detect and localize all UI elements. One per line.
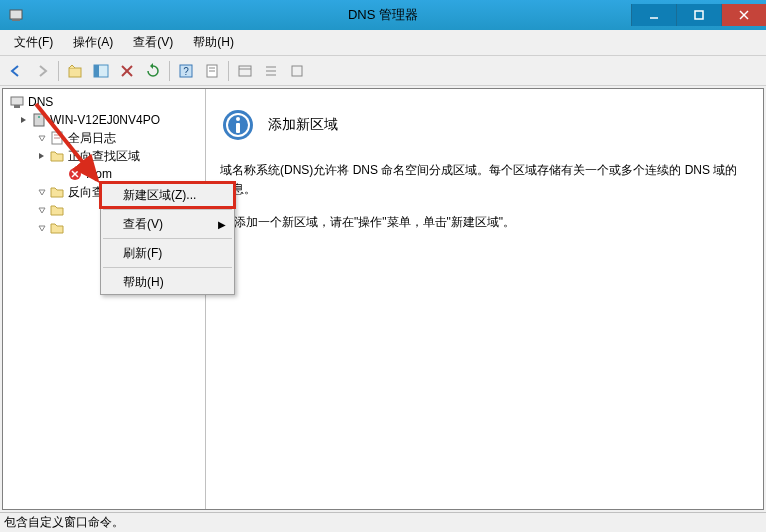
menu-action[interactable]: 操作(A) [63,31,123,54]
svg-text:?: ? [183,66,189,77]
menu-help[interactable]: 帮助(H) [183,31,244,54]
info-icon [220,107,256,143]
context-sep [103,267,232,268]
tree-server-label: WIN-V12EJ0NV4PO [50,113,160,127]
svg-rect-8 [94,65,99,77]
context-menu: 新建区域(Z)... 查看(V)▶ 刷新(F) 帮助(H) [100,182,235,295]
menu-bar: 文件(F) 操作(A) 查看(V) 帮助(H) [0,30,766,56]
dns-icon [9,94,25,110]
context-help[interactable]: 帮助(H) [101,270,234,294]
forward-button[interactable] [30,59,54,83]
server-icon [31,112,47,128]
folder-icon [49,220,65,236]
svg-rect-6 [69,68,81,77]
context-view[interactable]: 查看(V)▶ [101,212,234,236]
tree-zone-com-label: .com [86,167,112,181]
chevron-right-icon: ▶ [218,219,226,230]
tree-zone-com[interactable]: .com [5,165,203,183]
refresh-button[interactable] [141,59,165,83]
expander-icon[interactable] [37,223,47,233]
context-refresh[interactable]: 刷新(F) [101,241,234,265]
menu-file[interactable]: 文件(F) [4,31,63,54]
svg-rect-21 [292,66,302,76]
content-heading: 添加新区域 [268,116,338,134]
tree-root-label: DNS [28,95,53,109]
content-header: 添加新区域 [220,107,749,143]
folder-icon [49,184,65,200]
tree-forward-zone[interactable]: 正向查找区域 [5,147,203,165]
expander-icon[interactable] [37,133,47,143]
folder-icon [49,202,65,218]
tree-fwd-label: 正向查找区域 [68,148,140,165]
tree-root-dns[interactable]: DNS [5,93,203,111]
show-hide-tree-button[interactable] [89,59,113,83]
log-icon [49,130,65,146]
properties-button[interactable] [200,59,224,83]
list-button[interactable] [259,59,283,83]
svg-rect-16 [239,66,251,76]
expander-icon[interactable] [19,115,29,125]
expander-icon[interactable] [37,151,47,161]
zone-error-icon [67,166,83,182]
svg-point-25 [38,116,40,118]
status-bar: 包含自定义窗口命令。 [0,512,766,532]
content-para1: 域名称系统(DNS)允许将 DNS 命名空间分成区域。每个区域存储有关一个或多个… [220,161,749,199]
help-button[interactable]: ? [174,59,198,83]
title-bar: DNS 管理器 [0,0,766,30]
tree-pane[interactable]: DNS WIN-V12EJ0NV4PO 全局日志 正向查找区域 .com 反向查… [3,89,206,509]
up-button[interactable] [63,59,87,83]
back-button[interactable] [4,59,28,83]
tree-global-log[interactable]: 全局日志 [5,129,203,147]
content-pane: 添加新区域 域名称系统(DNS)允许将 DNS 命名空间分成区域。每个区域存储有… [206,89,763,509]
filter-button[interactable] [233,59,257,83]
svg-rect-22 [11,97,23,105]
expander-icon[interactable] [37,205,47,215]
svg-rect-24 [34,114,44,126]
context-new-zone[interactable]: 新建区域(Z)... [101,183,234,207]
main-area: DNS WIN-V12EJ0NV4PO 全局日志 正向查找区域 .com 反向查… [2,88,764,510]
svg-point-35 [236,117,240,121]
status-text: 包含自定义窗口命令。 [4,514,124,531]
svg-rect-36 [236,123,240,133]
details-button[interactable] [285,59,309,83]
context-sep [103,238,232,239]
window-title: DNS 管理器 [0,6,766,24]
folder-icon [49,148,65,164]
delete-button[interactable] [115,59,139,83]
expander-icon[interactable] [37,187,47,197]
context-sep [103,209,232,210]
tree-server[interactable]: WIN-V12EJ0NV4PO [5,111,203,129]
svg-rect-23 [14,105,20,108]
menu-view[interactable]: 查看(V) [123,31,183,54]
content-para2: 添加一个新区域，请在"操作"菜单，单击"新建区域"。 [220,213,749,232]
tree-global-log-label: 全局日志 [68,130,116,147]
toolbar: ? [0,56,766,86]
